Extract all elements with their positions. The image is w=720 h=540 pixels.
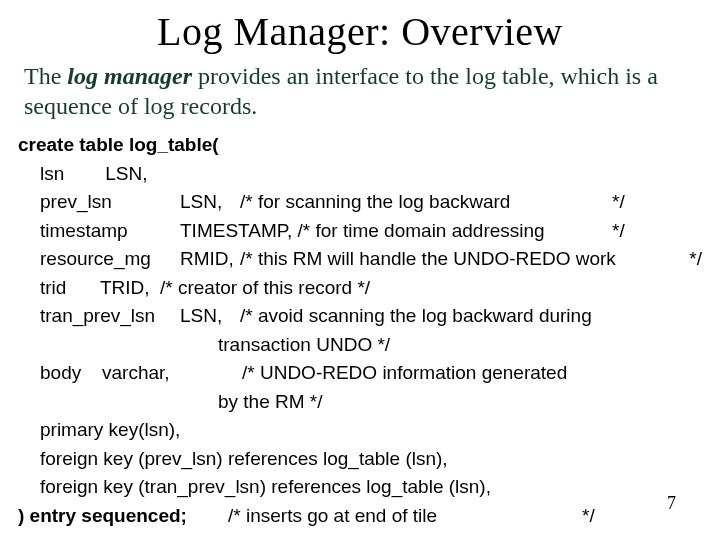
comment-end: */ — [612, 188, 672, 217]
code-line: primary key(lsn), — [18, 416, 702, 445]
code-line-cont: by the RM */ — [18, 388, 702, 417]
intro-paragraph: The log manager provides an interface to… — [24, 61, 696, 121]
col-type: LSN, — [105, 163, 147, 184]
code-line: lsn LSN, — [18, 160, 702, 189]
code-line: body varchar, /* UNDO-REDO information g… — [18, 359, 702, 388]
comment: /* this RM will handle the UNDO-REDO wor… — [240, 245, 672, 274]
comment-end: */ — [612, 217, 672, 246]
code-line: tran_prev_lsn LSN, /* avoid scanning the… — [18, 302, 702, 331]
comment: /* inserts go at end of tile — [228, 502, 582, 531]
kw-entry-seq: ) entry sequenced; — [18, 502, 228, 531]
code-line: trid TRID, /* creator of this record */ — [18, 274, 702, 303]
page-number: 7 — [667, 493, 676, 514]
comment-end: */ — [672, 245, 702, 274]
code-line: foreign key (prev_lsn) references log_ta… — [18, 445, 702, 474]
page-title: Log Manager: Overview — [18, 8, 702, 55]
col-name: trid — [40, 274, 100, 303]
col-name: body — [40, 359, 102, 388]
col-name: timestamp — [40, 217, 180, 246]
col-type: TRID, — [100, 274, 160, 303]
comment: /* avoid scanning the log backward durin… — [240, 302, 592, 331]
code-line: prev_lsn LSN, /* for scanning the log ba… — [18, 188, 702, 217]
comment: /* creator of this record */ — [160, 274, 370, 303]
col-name: tran_prev_lsn — [40, 302, 180, 331]
col-type: varchar, — [102, 359, 242, 388]
code-line-cont: transaction UNDO */ — [18, 331, 702, 360]
code-line: ) entry sequenced; /* inserts go at end … — [18, 502, 702, 531]
col-name: lsn — [40, 160, 100, 189]
col-type-comment: TIMESTAMP, /* for time domain addressing — [180, 217, 612, 246]
code-line: timestamp TIMESTAMP, /* for time domain … — [18, 217, 702, 246]
code-line: create table log_table( — [18, 131, 702, 160]
code-line: resource_mg RMID, /* this RM will handle… — [18, 245, 702, 274]
code-line: foreign key (tran_prev_lsn) references l… — [18, 473, 702, 502]
col-name: resource_mg — [40, 245, 180, 274]
comment: /* for scanning the log backward — [240, 188, 612, 217]
code-block: create table log_table( lsn LSN, prev_ls… — [18, 131, 702, 530]
comment-end: */ — [582, 502, 702, 531]
slide: Log Manager: Overview The log manager pr… — [0, 0, 720, 540]
comment: /* UNDO-REDO information generated — [242, 359, 567, 388]
intro-emph: log manager — [67, 63, 192, 89]
intro-text-pre: The — [24, 63, 67, 89]
col-type: LSN, — [180, 302, 240, 331]
kw-create: create table log_table( — [18, 134, 219, 155]
col-type: LSN, — [180, 188, 240, 217]
col-type: RMID, — [180, 245, 240, 274]
col-name: prev_lsn — [40, 188, 180, 217]
